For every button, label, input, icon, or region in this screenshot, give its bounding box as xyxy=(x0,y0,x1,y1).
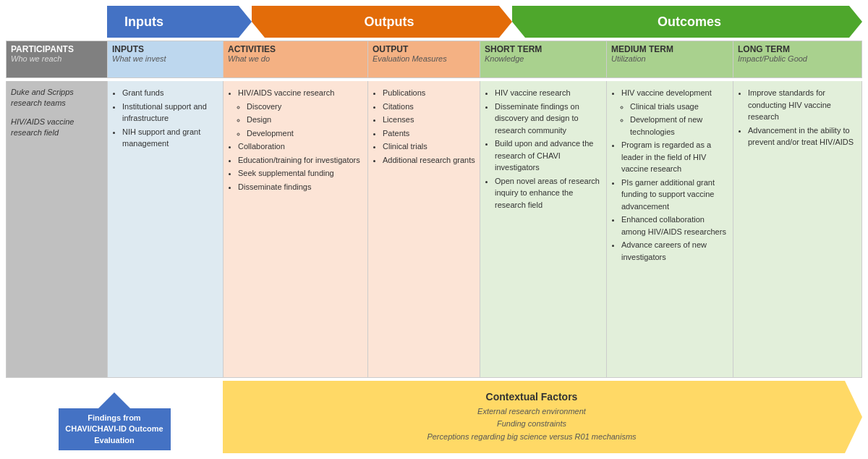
inputs-list: Grant funds Institutional support and in… xyxy=(112,87,218,150)
list-item: Build upon and advance the research of C… xyxy=(495,138,602,174)
inputs-arrow-label: Inputs xyxy=(124,14,163,30)
list-item: HIV vaccine development Clinical trials … xyxy=(621,87,728,138)
shortterm-hdr-title: SHORT TERM xyxy=(485,44,602,54)
outcomes-arrow: Outcomes xyxy=(512,6,862,38)
inputs-hdr-title: INPUTS xyxy=(112,44,218,54)
shortterm-col: HIV vaccine research Disseminate finding… xyxy=(480,81,607,377)
inputs-header: INPUTS What we invest xyxy=(108,41,224,77)
header-row: PARTICIPANTS Who we reach INPUTS What we… xyxy=(6,41,862,78)
medterm-hdr-title: MEDIUM TERM xyxy=(611,44,728,54)
contextual-items: External research environment Funding co… xyxy=(427,405,636,444)
activities-header: ACTIVITIES What we do xyxy=(224,41,368,77)
longterm-hdr-title: LONG TERM xyxy=(738,44,857,54)
contextual-content: Contextual Factors External research env… xyxy=(427,391,636,444)
list-item: HIV vaccine research xyxy=(495,87,602,99)
output-header: OUTPUT Evaluation Measures xyxy=(368,41,480,77)
contextual-item-2: Funding constraints xyxy=(427,418,636,431)
outputs-list: Publications Citations Licenses Patents … xyxy=(373,87,475,166)
list-item: Disseminate findings on discovery and de… xyxy=(495,101,602,137)
list-item: Publications xyxy=(383,87,475,99)
medterm-hdr-subtitle: Utilization xyxy=(611,54,728,63)
list-item: Patents xyxy=(383,127,475,140)
list-item: Enhanced collaboration among HIV/AIDS re… xyxy=(621,214,728,237)
list-item: PIs garner additional grant funding to s… xyxy=(621,177,728,213)
main-container: Inputs Outputs Outcomes PARTICIPANTS Who… xyxy=(0,0,868,459)
list-item: Advance careers of new investigators xyxy=(621,239,728,263)
feedback-label: Findings from CHAVI/CHAVI-ID Outcome Eva… xyxy=(59,408,171,450)
list-item: Citations xyxy=(383,101,475,113)
activities-col: HIV/AIDS vaccine research Discovery Desi… xyxy=(224,81,368,377)
list-item: Design xyxy=(247,114,363,126)
list-item: Improve standards for conducting HIV vac… xyxy=(748,87,857,123)
list-item: Education/training for investigators xyxy=(238,154,363,167)
contextual-title: Contextual Factors xyxy=(427,391,636,403)
list-item: Program is regarded as a leader in the f… xyxy=(621,139,728,175)
participants-hdr-subtitle: Who we reach xyxy=(11,54,103,63)
activities-hdr-subtitle: What we do xyxy=(228,54,363,63)
bottom-section: Findings from CHAVI/CHAVI-ID Outcome Eva… xyxy=(6,381,862,453)
outputs-arrow: Outputs xyxy=(252,6,512,38)
medterm-col: HIV vaccine development Clinical trials … xyxy=(607,81,733,377)
participants-col: Duke and Scripps research teams HIV/AIDS… xyxy=(7,81,108,377)
activities-list: HIV/AIDS vaccine research Discovery Desi… xyxy=(228,87,363,193)
list-item: Licenses xyxy=(383,114,475,126)
shortterm-hdr-subtitle: Knowledge xyxy=(485,54,602,63)
longterm-header: LONG TERM Impact/Public Good xyxy=(733,41,861,77)
outcomes-arrow-label: Outcomes xyxy=(658,14,721,30)
shortterm-list: HIV vaccine research Disseminate finding… xyxy=(485,87,602,211)
longterm-hdr-subtitle: Impact/Public Good xyxy=(738,54,857,63)
inputs-col: Grant funds Institutional support and in… xyxy=(108,81,224,377)
list-item: Open novel areas of research inquiry to … xyxy=(495,175,602,211)
list-item: Seek supplemental funding xyxy=(238,167,363,180)
activities-hdr-title: ACTIVITIES xyxy=(228,44,363,54)
list-item: NIH support and grant management xyxy=(122,126,218,150)
participants-hdr-title: PARTICIPANTS xyxy=(11,44,103,54)
list-item: Development of new technologies xyxy=(630,114,728,138)
medterm-header: MEDIUM TERM Utilization xyxy=(607,41,733,77)
up-arrow-triangle xyxy=(98,392,130,408)
shortterm-header: SHORT TERM Knowledge xyxy=(480,41,607,77)
list-item: Clinical trials usage xyxy=(630,101,728,113)
feedback-assembly: Findings from CHAVI/CHAVI-ID Outcome Eva… xyxy=(59,381,171,450)
output-hdr-title: OUTPUT xyxy=(373,44,475,54)
output-hdr-subtitle: Evaluation Measures xyxy=(373,54,475,63)
longterm-list: Improve standards for conducting HIV vac… xyxy=(738,87,857,148)
list-item: Disseminate findings xyxy=(238,181,363,193)
list-item: HIV/AIDS vaccine research Discovery Desi… xyxy=(238,87,363,139)
list-item: Advancement in the ability to prevent an… xyxy=(748,125,857,148)
contextual-area: Contextual Factors External research env… xyxy=(223,381,862,453)
participants-team1: Duke and Scripps research teams xyxy=(11,87,103,109)
outputs-arrow-label: Outputs xyxy=(365,14,414,30)
participants-header: PARTICIPANTS Who we reach xyxy=(7,41,108,77)
list-item: Additional research grants xyxy=(383,154,475,167)
inputs-arrow: Inputs xyxy=(107,6,252,38)
contextual-item-3: Perceptions regarding big science versus… xyxy=(427,431,636,444)
contextual-item-1: External research environment xyxy=(427,405,636,418)
arrow-row: Inputs Outputs Outcomes xyxy=(107,6,862,38)
feedback-box: Findings from CHAVI/CHAVI-ID Outcome Eva… xyxy=(6,381,223,453)
list-item: Clinical trials xyxy=(383,140,475,153)
list-item: Collaboration xyxy=(238,140,363,153)
content-row: Duke and Scripps research teams HIV/AIDS… xyxy=(6,81,862,378)
list-item: Institutional support and infrastructure xyxy=(122,101,218,125)
list-item: Discovery xyxy=(247,101,363,113)
list-item: Development xyxy=(247,127,363,140)
medterm-list: HIV vaccine development Clinical trials … xyxy=(611,87,728,263)
list-item: Grant funds xyxy=(122,87,218,99)
longterm-col: Improve standards for conducting HIV vac… xyxy=(733,81,861,377)
output-col: Publications Citations Licenses Patents … xyxy=(368,81,480,377)
participants-team2: HIV/AIDS vaccine research field xyxy=(11,117,103,139)
inputs-hdr-subtitle: What we invest xyxy=(112,54,218,63)
